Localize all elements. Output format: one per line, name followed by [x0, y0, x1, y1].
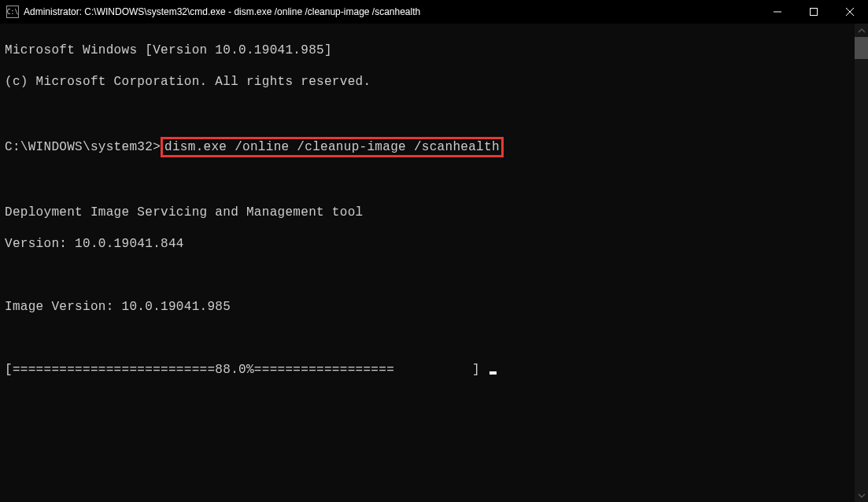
scroll-down-arrow-icon[interactable] [855, 489, 868, 502]
scroll-thumb[interactable] [855, 37, 868, 59]
progress-line: [==========================88.0%========… [5, 362, 863, 378]
maximize-button[interactable] [796, 0, 832, 24]
scroll-up-arrow-icon[interactable] [855, 24, 868, 37]
close-button[interactable] [832, 0, 868, 24]
progress-bar-text: [==========================88.0%========… [5, 363, 488, 377]
vertical-scrollbar[interactable] [855, 24, 868, 502]
tool-version-line: Version: 10.0.19041.844 [5, 236, 863, 252]
highlighted-command: dism.exe /online /cleanup-image /scanhea… [161, 137, 504, 157]
cmd-icon: C:\ [6, 6, 19, 18]
terminal-output[interactable]: Microsoft Windows [Version 10.0.19041.98… [0, 24, 868, 502]
tool-name-line: Deployment Image Servicing and Managemen… [5, 205, 863, 220]
os-version-line: Microsoft Windows [Version 10.0.19041.98… [5, 42, 863, 58]
prompt-path: C:\WINDOWS\system32> [5, 140, 161, 154]
blank-line [5, 268, 863, 283]
window-titlebar: C:\ Administrator: C:\WINDOWS\system32\c… [0, 0, 868, 24]
blank-line [5, 173, 863, 189]
blank-line [5, 330, 863, 346]
window-controls [759, 0, 868, 24]
svg-rect-1 [811, 9, 818, 16]
minimize-button[interactable] [759, 0, 796, 24]
copyright-line: (c) Microsoft Corporation. All rights re… [5, 74, 863, 90]
cursor [489, 371, 497, 375]
blank-line [5, 105, 863, 121]
window-title: Administrator: C:\WINDOWS\system32\cmd.e… [24, 6, 759, 17]
image-version-line: Image Version: 10.0.19041.985 [5, 299, 863, 315]
command-line: C:\WINDOWS\system32>dism.exe /online /cl… [5, 137, 863, 157]
